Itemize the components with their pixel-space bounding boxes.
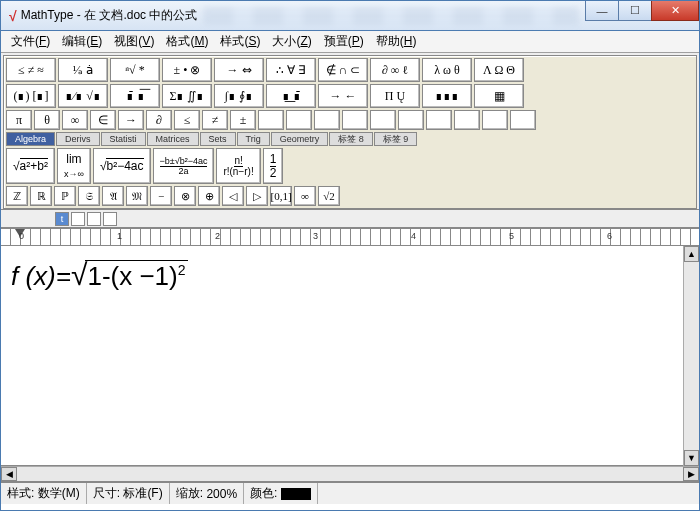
scroll-right-icon[interactable]: ▶ [683,467,699,481]
palette-button[interactable]: ± [230,110,256,130]
template-button[interactable]: √a²+b² [6,148,55,184]
palette-button[interactable]: Σ∎ ∬∎ [162,84,212,108]
template-tab[interactable]: Geometry [271,132,329,146]
palette-button[interactable]: ± • ⊗ [162,58,212,82]
palette-button[interactable]: (∎) [∎] [6,84,56,108]
vertical-scrollbar[interactable]: ▲ ▼ [683,246,699,466]
mini-symbol-button[interactable]: 𝔐 [126,186,148,206]
palette-button[interactable] [398,110,424,130]
template-button[interactable]: √b²−4ac [93,148,151,184]
mini-symbol-button[interactable]: ⊗ [174,186,196,206]
mini-symbol-button[interactable]: ∞ [294,186,316,206]
palette-button[interactable]: ▦ [474,84,524,108]
mini-symbol-button[interactable]: − [150,186,172,206]
app-logo-icon: √ [9,8,17,24]
palette-button[interactable]: ∂ ∞ ℓ [370,58,420,82]
palette-button[interactable] [258,110,284,130]
palette-button[interactable]: → [118,110,144,130]
palette-button[interactable]: ¹⁄ₐ ȧ [58,58,108,82]
palette-button[interactable]: ∴ ∀ ∃ [266,58,316,82]
slot-tab[interactable] [87,212,101,226]
mini-symbol-button[interactable]: √2 [318,186,340,206]
palette-button[interactable] [370,110,396,130]
menu-s[interactable]: 样式(S) [214,31,266,52]
palette-button[interactable]: λ ω θ [422,58,472,82]
template-button[interactable]: 12 [263,148,284,184]
palette-button[interactable]: → ← [318,84,368,108]
menu-h[interactable]: 帮助(H) [370,31,423,52]
scroll-left-icon[interactable]: ◀ [1,467,17,481]
minimize-button[interactable]: — [585,1,619,21]
mini-symbol-button[interactable]: 𝔄 [102,186,124,206]
palette-button[interactable]: ∂ [146,110,172,130]
palette-button[interactable]: Π Ų [370,84,420,108]
mini-symbol-button[interactable]: ℝ [30,186,52,206]
equation-editor-area[interactable]: f (x)= √ 1-(x −1)2 [1,246,699,466]
mini-symbol-button[interactable]: 𝔖 [78,186,100,206]
palette-button[interactable]: ∫∎ ∮∎ [214,84,264,108]
horizontal-scrollbar[interactable]: ◀ ▶ [1,466,699,482]
mini-symbol-button[interactable]: ℤ [6,186,28,206]
palette-button[interactable] [426,110,452,130]
menu-p[interactable]: 预置(P) [318,31,370,52]
close-button[interactable]: ✕ [651,1,699,21]
menu-f[interactable]: 文件(F) [5,31,56,52]
palette-button[interactable]: ∎⁄∎ √∎ [58,84,108,108]
template-tab[interactable]: Sets [200,132,236,146]
slot-tab-active[interactable]: t [55,212,69,226]
palette-button[interactable] [314,110,340,130]
palette-button[interactable] [510,110,536,130]
template-button[interactable]: limx→∞ [57,148,91,184]
template-tab[interactable]: Trig [237,132,270,146]
status-style[interactable]: 样式: 数学(M) [1,483,87,504]
template-tab[interactable]: 标签 8 [329,132,373,146]
radicand: 1-(x −1) [87,261,177,291]
palette-button[interactable]: ∎̄ ∎͞ [110,84,160,108]
palette-button[interactable] [342,110,368,130]
template-tab[interactable]: Derivs [56,132,100,146]
template-tab[interactable]: Algebra [6,132,55,146]
palette-button[interactable]: Λ Ω Θ [474,58,524,82]
menu-v[interactable]: 视图(V) [108,31,160,52]
palette-button[interactable]: ∉ ∩ ⊂ [318,58,368,82]
template-button[interactable]: n!r!(n−r)! [216,148,260,184]
palette-button[interactable]: ≤ ≠ ≈ [6,58,56,82]
palette-button[interactable]: π [6,110,32,130]
horizontal-ruler[interactable]: 0123456 [1,228,699,246]
template-button[interactable]: −b±√b²−4ac2a [153,148,215,184]
mini-symbol-button[interactable]: ◁ [222,186,244,206]
palette-button[interactable]: ∎͟ ∎̄ [266,84,316,108]
mini-symbol-button[interactable]: [0,1] [270,186,292,206]
scroll-down-icon[interactable]: ▼ [684,450,699,466]
maximize-button[interactable]: ☐ [618,1,652,21]
palette-button[interactable]: θ [34,110,60,130]
status-color[interactable]: 颜色: [244,483,318,504]
slot-tab[interactable] [71,212,85,226]
status-zoom[interactable]: 缩放: 200% [170,483,244,504]
palette-button[interactable]: → ⇔ [214,58,264,82]
formula-lhs: f (x)= [11,261,71,292]
menu-m[interactable]: 格式(M) [160,31,214,52]
formula-display[interactable]: f (x)= √ 1-(x −1)2 [11,260,689,292]
palette-button[interactable]: ∞ [62,110,88,130]
menu-z[interactable]: 大小(Z) [266,31,317,52]
palette-button[interactable]: ≤ [174,110,200,130]
scroll-up-icon[interactable]: ▲ [684,246,699,262]
palette-button[interactable]: ≠ [202,110,228,130]
palette-button[interactable] [454,110,480,130]
mini-symbol-button[interactable]: ℙ [54,186,76,206]
mini-symbol-button[interactable]: ▷ [246,186,268,206]
palette-button[interactable] [286,110,312,130]
ruler-mark: 4 [411,231,416,241]
status-size[interactable]: 尺寸: 标准(F) [87,483,170,504]
template-tab[interactable]: Statisti [101,132,146,146]
palette-button[interactable]: ⁿ√ * [110,58,160,82]
mini-symbol-button[interactable]: ⊕ [198,186,220,206]
slot-tab[interactable] [103,212,117,226]
menu-e[interactable]: 编辑(E) [56,31,108,52]
palette-button[interactable]: ∈ [90,110,116,130]
template-tab[interactable]: Matrices [147,132,199,146]
palette-button[interactable]: ∎∎∎ [422,84,472,108]
palette-button[interactable] [482,110,508,130]
template-tab[interactable]: 标签 9 [374,132,418,146]
